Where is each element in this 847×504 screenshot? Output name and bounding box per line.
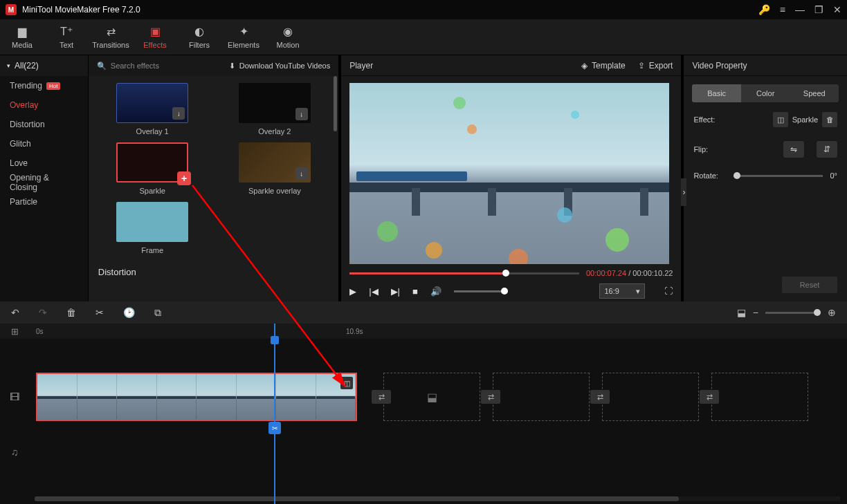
effect-card-overlay-2[interactable]: ↓ Overlay 2: [228, 83, 322, 136]
effect-card-overlay-1[interactable]: ↓ Overlay 1: [105, 83, 200, 136]
download-youtube-link[interactable]: ⬇ Download YouTube Videos: [229, 62, 331, 71]
zoom-out-button[interactable]: −: [753, 307, 758, 318]
sidebar-item-label: Glitch: [10, 139, 31, 149]
volume-icon[interactable]: 🔊: [430, 286, 441, 297]
delete-button[interactable]: 🗑: [66, 307, 76, 318]
add-track-icon[interactable]: ⊞: [11, 326, 19, 337]
sidebar-item-overlay[interactable]: Overlay: [0, 95, 88, 115]
timeline-track-audio[interactable]: ♫: [0, 424, 847, 480]
delete-effect-button[interactable]: 🗑: [822, 112, 837, 127]
crop-button[interactable]: ⧉: [154, 307, 161, 319]
playhead[interactable]: ✂: [274, 324, 275, 504]
tab-transitions[interactable]: ⇄ Transitions: [89, 19, 133, 55]
close-icon[interactable]: ✕: [833, 4, 841, 15]
reset-button[interactable]: Reset: [782, 277, 837, 293]
download-badge-icon[interactable]: ↓: [295, 108, 308, 120]
transition-chip-icon[interactable]: ⇄: [700, 390, 719, 404]
playhead-handle[interactable]: [271, 336, 279, 344]
stop-button[interactable]: ■: [412, 286, 418, 297]
download-badge-icon[interactable]: ↓: [172, 107, 185, 120]
effect-thumb[interactable]: ↓: [239, 142, 311, 183]
zoom-slider[interactable]: [765, 312, 821, 314]
main-toolbar: ▆ Media T⁺ Text ⇄ Transitions ▣ Effects …: [0, 19, 847, 55]
split-button[interactable]: ✂: [95, 307, 104, 318]
sidebar-item-label: Overlay: [10, 100, 38, 110]
preview-canvas[interactable]: [349, 83, 669, 264]
video-clip[interactable]: ◫: [36, 373, 357, 421]
effect-card-sparkle-overlay[interactable]: ↓ Sparkle overlay: [228, 142, 322, 195]
tab-media[interactable]: ▆ Media: [0, 19, 44, 55]
effect-layer-icon[interactable]: ◫: [773, 112, 788, 127]
undo-button[interactable]: ↶: [11, 307, 19, 318]
tab-filters[interactable]: ◐ Filters: [177, 19, 221, 55]
upgrade-key-icon[interactable]: 🔑: [758, 4, 770, 15]
tab-effects[interactable]: ▣ Effects: [133, 19, 177, 55]
timeline-scrollbar[interactable]: [35, 496, 840, 501]
effect-name: Sparkle: [140, 187, 165, 195]
sidebar-item-distortion[interactable]: Distortion: [0, 115, 88, 134]
progress-thumb[interactable]: [502, 270, 509, 277]
panel-expand-handle[interactable]: ›: [681, 178, 686, 206]
drop-zone[interactable]: ⇄: [711, 373, 808, 421]
timeline-track-overlay[interactable]: [0, 339, 847, 369]
folder-icon: ▆: [18, 26, 26, 38]
aspect-select[interactable]: 16:9 ▾: [599, 283, 645, 299]
effect-thumb[interactable]: ↓: [239, 83, 311, 123]
sidebar-item-love[interactable]: Love: [0, 153, 88, 173]
effect-card-sparkle[interactable]: + Sparkle: [105, 142, 200, 195]
volume-slider[interactable]: [454, 290, 508, 292]
zoom-in-button[interactable]: ⊕: [828, 307, 836, 318]
speed-button[interactable]: 🕑: [123, 307, 135, 318]
effect-thumb[interactable]: [116, 202, 188, 242]
search-input[interactable]: 🔍 Search effects: [97, 62, 159, 71]
export-button[interactable]: ⇪ Export: [638, 61, 673, 71]
transition-chip-icon[interactable]: ⇄: [372, 390, 391, 404]
search-icon: 🔍: [97, 62, 107, 71]
prev-frame-button[interactable]: |◀: [369, 286, 378, 297]
fit-timeline-icon[interactable]: ⬓: [737, 307, 746, 318]
fullscreen-button[interactable]: ⛶: [664, 286, 673, 296]
drop-zone[interactable]: ⇄: [602, 373, 699, 421]
playhead-split-icon[interactable]: ✂: [268, 422, 281, 434]
tab-effects-label: Effects: [143, 41, 166, 49]
sidebar-item-particle[interactable]: Particle: [0, 192, 88, 212]
tab-text-label: Text: [60, 41, 73, 49]
add-badge-icon[interactable]: +: [177, 171, 191, 185]
drop-zone[interactable]: ⇄⬓: [383, 373, 480, 421]
rotate-slider[interactable]: [734, 175, 823, 177]
sidebar-item-opening-closing[interactable]: Opening & Closing: [0, 173, 88, 192]
transition-chip-icon[interactable]: ⇄: [590, 390, 610, 404]
effect-card-frame[interactable]: Frame: [105, 202, 200, 254]
scrollbar[interactable]: [334, 76, 337, 131]
tab-text[interactable]: T⁺ Text: [44, 19, 89, 55]
play-button[interactable]: ▶: [349, 286, 356, 297]
effect-thumb-selected[interactable]: +: [116, 142, 188, 183]
tab-elements[interactable]: ✦ Elements: [221, 19, 266, 55]
clip-effect-badge-icon[interactable]: ◫: [340, 377, 353, 389]
sidebar-all[interactable]: ▾ All(22): [0, 55, 88, 76]
effect-thumb[interactable]: ↓: [116, 83, 188, 123]
maximize-icon[interactable]: ❐: [814, 4, 823, 15]
timeline-track-video[interactable]: 🎞 ◫ ⇄⬓ ⇄ ⇄ ⇄: [0, 369, 847, 424]
drop-zone[interactable]: ⇄: [493, 373, 590, 421]
template-button[interactable]: ◈ Template: [581, 61, 626, 71]
flip-vertical-button[interactable]: ⇵: [817, 141, 837, 158]
tab-motion[interactable]: ◉ Motion: [266, 19, 310, 55]
prop-tab-color[interactable]: Color: [741, 84, 790, 102]
download-badge-icon[interactable]: ↓: [295, 167, 308, 180]
progress-bar[interactable]: 00:00:07.24 / 00:00:10.22: [349, 268, 673, 278]
time-current: 00:00:07.24: [586, 269, 626, 277]
next-frame-button[interactable]: ▶|: [391, 286, 400, 297]
timeline-ruler[interactable]: ⊞ 0s 10.9s: [0, 324, 847, 339]
timeline-toolbar: ↶ ↷ 🗑 ✂ 🕑 ⧉ ⬓ − ⊕: [0, 301, 847, 324]
minimize-icon[interactable]: —: [795, 4, 805, 15]
redo-button[interactable]: ↷: [39, 307, 47, 318]
transition-chip-icon[interactable]: ⇄: [481, 390, 500, 404]
sidebar-item-trending[interactable]: Trending Hot: [0, 76, 88, 95]
prop-tab-speed[interactable]: Speed: [790, 84, 839, 102]
flip-horizontal-button[interactable]: ⇋: [783, 141, 804, 158]
menu-icon[interactable]: ≡: [780, 4, 785, 15]
sidebar-item-glitch[interactable]: Glitch: [0, 134, 88, 153]
rotate-value: 0°: [830, 171, 837, 180]
prop-tab-basic[interactable]: Basic: [692, 84, 741, 102]
